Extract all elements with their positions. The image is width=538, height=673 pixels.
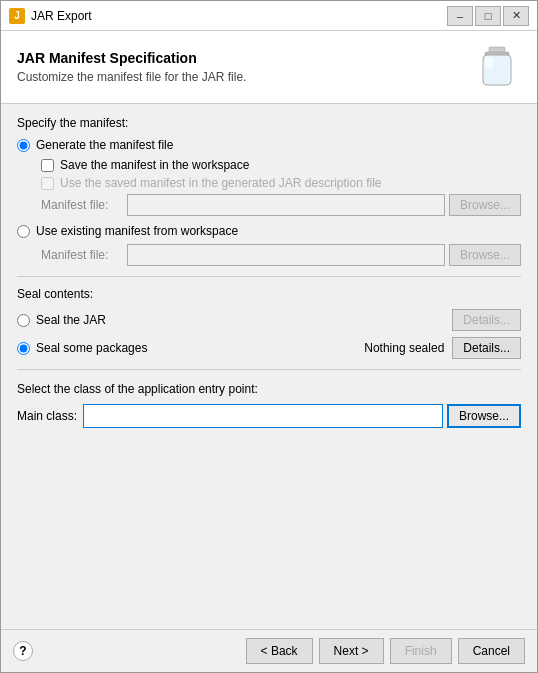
seal-some-row: Seal some packages Nothing sealed Detail… [17, 337, 521, 359]
manifest-browse-button[interactable]: Browse... [449, 194, 521, 216]
jar-export-window: J JAR Export – □ ✕ JAR Manifest Specific… [0, 0, 538, 673]
main-content: Specify the manifest: Generate the manif… [1, 104, 537, 629]
seal-jar-radio-part: Seal the JAR [17, 313, 452, 327]
title-bar-controls: – □ ✕ [447, 6, 529, 26]
seal-jar-radio[interactable] [17, 314, 30, 327]
main-class-label: Main class: [17, 409, 77, 423]
seal-some-radio[interactable] [17, 342, 30, 355]
entry-section: Select the class of the application entr… [17, 382, 521, 428]
header-title: JAR Manifest Specification [17, 50, 473, 66]
seal-some-details-button[interactable]: Details... [452, 337, 521, 359]
page-header: JAR Manifest Specification Customize the… [1, 31, 537, 104]
header-subtitle: Customize the manifest file for the JAR … [17, 70, 473, 84]
save-manifest-label: Save the manifest in the workspace [60, 158, 249, 172]
svg-rect-3 [485, 57, 493, 69]
nothing-sealed-label: Nothing sealed [364, 341, 444, 355]
seal-jar-right: Details... [452, 309, 521, 331]
save-manifest-checkbox[interactable] [41, 159, 54, 172]
header-text: JAR Manifest Specification Customize the… [17, 50, 473, 84]
use-saved-manifest-label: Use the saved manifest in the generated … [60, 176, 382, 190]
window-title: JAR Export [31, 9, 447, 23]
help-button[interactable]: ? [13, 641, 33, 661]
save-manifest-row: Save the manifest in the workspace [41, 158, 521, 172]
separator-2 [17, 369, 521, 370]
footer-buttons: < Back Next > Finish Cancel [246, 638, 525, 664]
generate-manifest-label: Generate the manifest file [36, 138, 173, 152]
separator-1 [17, 276, 521, 277]
back-button[interactable]: < Back [246, 638, 313, 664]
seal-section: Seal contents: Seal the JAR Details... S… [17, 287, 521, 359]
manifest-field2-label: Manifest file: [41, 248, 121, 262]
generate-manifest-radio[interactable] [17, 139, 30, 152]
manifest-field-row: Manifest file: Browse... [41, 194, 521, 216]
manifest-field-input[interactable] [127, 194, 445, 216]
manifest-field-label: Manifest file: [41, 198, 121, 212]
seal-jar-row: Seal the JAR Details... [17, 309, 521, 331]
seal-some-radio-part: Seal some packages [17, 341, 364, 355]
close-button[interactable]: ✕ [503, 6, 529, 26]
manifest-field2-row: Manifest file: Browse... [41, 244, 521, 266]
main-class-row: Main class: Browse... [17, 404, 521, 428]
use-existing-manifest-row: Use existing manifest from workspace [17, 224, 521, 238]
maximize-button[interactable]: □ [475, 6, 501, 26]
title-bar: J JAR Export – □ ✕ [1, 1, 537, 31]
main-class-browse-button[interactable]: Browse... [447, 404, 521, 428]
app-icon: J [9, 8, 25, 24]
use-existing-manifest-label: Use existing manifest from workspace [36, 224, 238, 238]
entry-section-label: Select the class of the application entr… [17, 382, 521, 396]
use-saved-manifest-row: Use the saved manifest in the generated … [41, 176, 521, 190]
finish-button[interactable]: Finish [390, 638, 452, 664]
use-saved-manifest-checkbox[interactable] [41, 177, 54, 190]
seal-some-right: Nothing sealed Details... [364, 337, 521, 359]
seal-section-label: Seal contents: [17, 287, 521, 301]
jar-icon [473, 43, 521, 91]
manifest-field2-input[interactable] [127, 244, 445, 266]
footer: ? < Back Next > Finish Cancel [1, 629, 537, 672]
seal-jar-details-button[interactable]: Details... [452, 309, 521, 331]
seal-some-label: Seal some packages [36, 341, 147, 355]
manifest-browse2-button[interactable]: Browse... [449, 244, 521, 266]
next-button[interactable]: Next > [319, 638, 384, 664]
use-existing-manifest-radio[interactable] [17, 225, 30, 238]
generate-manifest-row: Generate the manifest file [17, 138, 521, 152]
main-class-input[interactable] [83, 404, 443, 428]
cancel-button[interactable]: Cancel [458, 638, 525, 664]
minimize-button[interactable]: – [447, 6, 473, 26]
seal-jar-label: Seal the JAR [36, 313, 106, 327]
manifest-section-label: Specify the manifest: [17, 116, 521, 130]
